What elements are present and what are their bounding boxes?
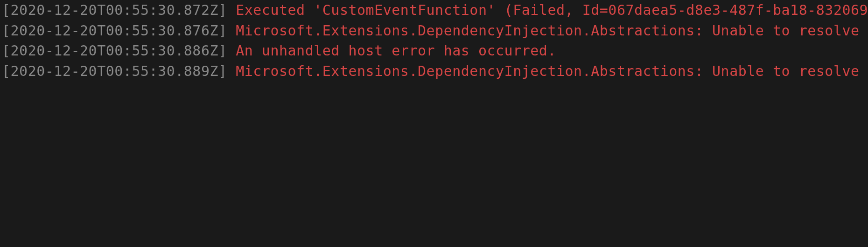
log-message: Microsoft.Extensions.DependencyInjection… [236, 63, 868, 79]
log-sep [227, 42, 236, 59]
log-timestamp: [2020-12-20T00:55:30.876Z] [2, 22, 227, 39]
log-timestamp: [2020-12-20T00:55:30.889Z] [2, 63, 227, 79]
log-sep [227, 2, 236, 18]
log-message: Microsoft.Extensions.DependencyInjection… [236, 22, 868, 39]
log-sep [227, 22, 236, 39]
log-message: Executed 'CustomEventFunction' (Failed, … [236, 2, 868, 18]
log-sep [227, 63, 236, 79]
log-timestamp: [2020-12-20T00:55:30.872Z] [2, 2, 227, 18]
log-message: An unhandled host error has occurred. [236, 42, 556, 59]
log-timestamp: [2020-12-20T00:55:30.886Z] [2, 42, 227, 59]
terminal-output[interactable]: [2020-12-20T00:55:30.872Z] Executed 'Cus… [2, 0, 866, 81]
